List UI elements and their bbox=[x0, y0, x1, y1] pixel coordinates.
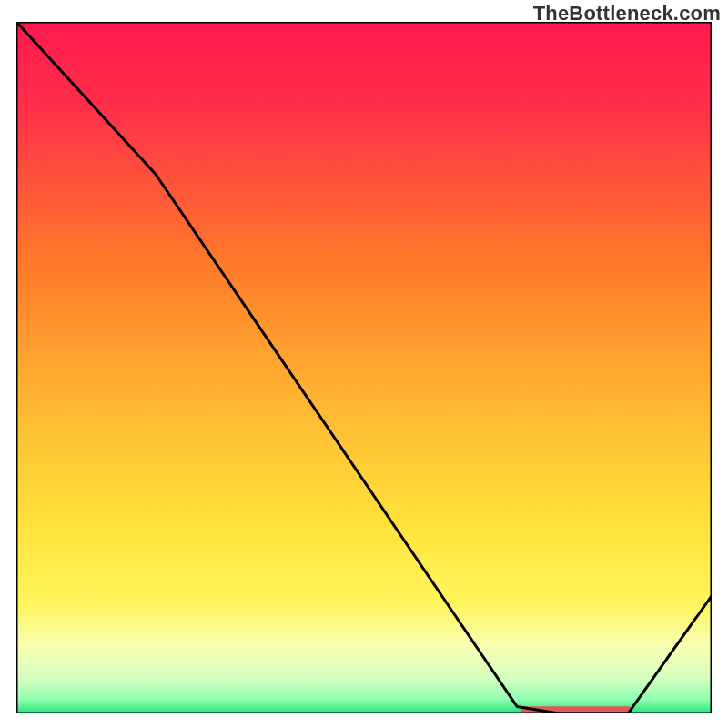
bottleneck-chart bbox=[16, 22, 712, 713]
chart-background bbox=[16, 22, 712, 713]
chart-svg bbox=[16, 22, 712, 713]
